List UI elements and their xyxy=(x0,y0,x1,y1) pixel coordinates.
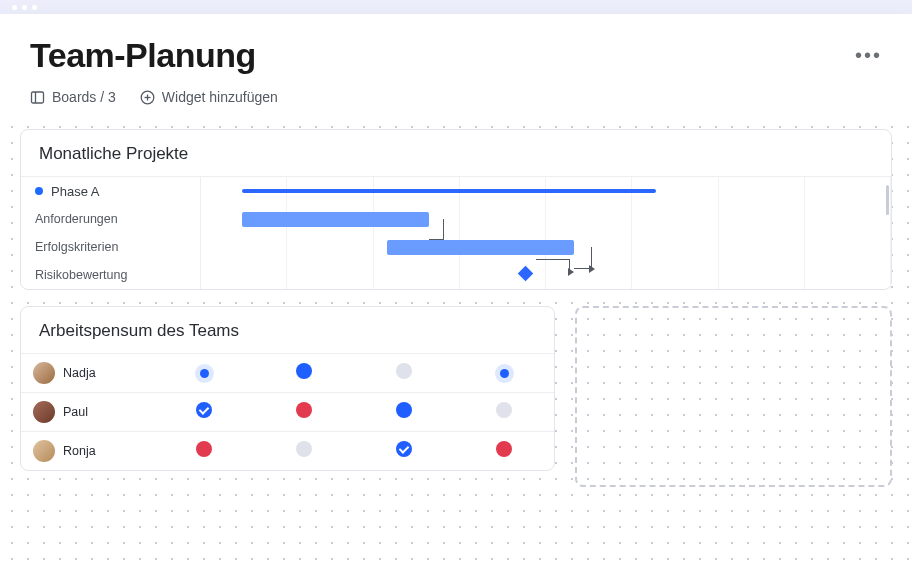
plus-circle-icon xyxy=(140,90,155,105)
status-dot-check[interactable] xyxy=(396,441,412,457)
status-dot[interactable] xyxy=(296,402,312,418)
status-dot[interactable] xyxy=(200,369,209,378)
avatar xyxy=(33,362,55,384)
avatar xyxy=(33,440,55,462)
member-name: Ronja xyxy=(63,444,96,458)
gantt-task-row[interactable]: Anforderungen xyxy=(21,205,200,233)
gantt-phase-row[interactable]: Phase A xyxy=(21,177,200,205)
gantt-task-row[interactable]: Erfolgskriterien xyxy=(21,233,200,261)
workload-row: Nadja xyxy=(21,354,554,393)
widget-drop-zone[interactable] xyxy=(575,306,892,487)
member-name: Nadja xyxy=(63,366,96,380)
status-dot-check[interactable] xyxy=(196,402,212,418)
gantt-bar[interactable] xyxy=(242,212,428,227)
more-menu-button[interactable]: ••• xyxy=(855,44,882,67)
gantt-task-row[interactable]: Risikobewertung xyxy=(21,261,200,289)
traffic-light-dot xyxy=(32,5,37,10)
gantt-summary-bar[interactable] xyxy=(242,189,656,193)
add-widget-label: Widget hinzufügen xyxy=(162,89,278,105)
status-dot[interactable] xyxy=(296,441,312,457)
traffic-light-dot xyxy=(12,5,17,10)
gantt-scrollbar[interactable] xyxy=(886,185,889,215)
workload-row: Paul xyxy=(21,393,554,432)
status-dot[interactable] xyxy=(396,363,412,379)
gantt-timeline[interactable] xyxy=(201,177,891,289)
status-dot[interactable] xyxy=(296,363,312,379)
gantt-card[interactable]: Monatliche Projekte Phase A Anforderunge… xyxy=(20,129,892,290)
phase-dot-icon xyxy=(35,187,43,195)
dashboard-canvas[interactable]: Monatliche Projekte Phase A Anforderunge… xyxy=(0,115,912,568)
status-dot[interactable] xyxy=(500,369,509,378)
avatar xyxy=(33,401,55,423)
status-dot[interactable] xyxy=(496,402,512,418)
gantt-bar[interactable] xyxy=(387,240,573,255)
workload-card[interactable]: Arbeitspensum des Teams Nadja Paul xyxy=(20,306,555,471)
boards-breadcrumb[interactable]: Boards / 3 xyxy=(30,89,116,105)
status-dot[interactable] xyxy=(196,441,212,457)
member-name: Paul xyxy=(63,405,88,419)
svg-rect-0 xyxy=(32,92,44,103)
gantt-task-list: Phase A Anforderungen Erfolgskriterien R… xyxy=(21,177,201,289)
boards-label: Boards / 3 xyxy=(52,89,116,105)
phase-label: Phase A xyxy=(51,184,99,199)
workload-row: Ronja xyxy=(21,432,554,471)
status-dot[interactable] xyxy=(396,402,412,418)
page-title: Team-Planung xyxy=(30,36,256,75)
window-titlebar xyxy=(0,0,912,14)
status-dot[interactable] xyxy=(496,441,512,457)
gantt-milestone-icon[interactable] xyxy=(517,266,533,282)
gantt-title: Monatliche Projekte xyxy=(21,130,891,176)
add-widget-button[interactable]: Widget hinzufügen xyxy=(140,89,278,105)
traffic-light-dot xyxy=(22,5,27,10)
workload-title: Arbeitspensum des Teams xyxy=(21,307,554,353)
panel-left-icon xyxy=(30,90,45,105)
